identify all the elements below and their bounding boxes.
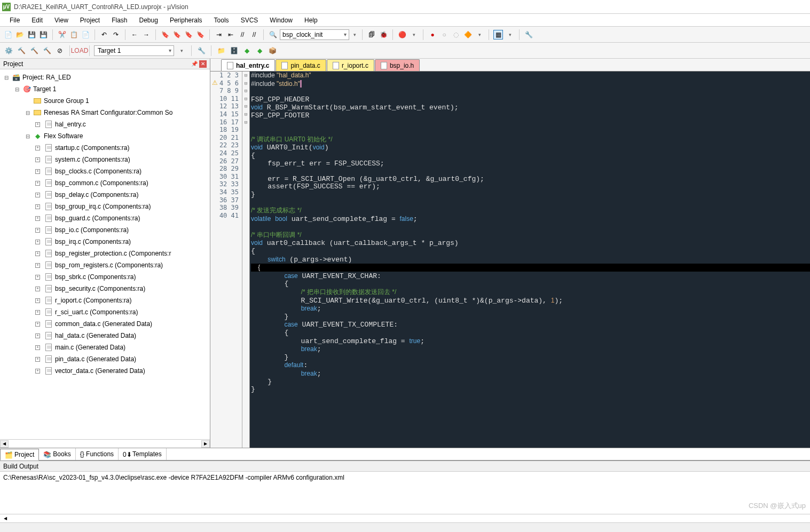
bottom-tab-templates[interactable]: 0⬇ Templates (119, 448, 167, 460)
expand-icon[interactable]: + (35, 157, 40, 162)
menu-help[interactable]: Help (299, 14, 323, 26)
tree-file[interactable]: +bsp_guard.c (Components:ra) (0, 212, 210, 224)
pack-installer-icon[interactable]: 📦 (267, 45, 278, 56)
tree-file[interactable]: +r_sci_uart.c (Components:ra) (0, 306, 210, 318)
save-all-icon[interactable]: 💾 (38, 30, 48, 39)
menu-edit[interactable]: Edit (26, 14, 48, 26)
expand-icon[interactable]: + (35, 169, 40, 174)
tree-file[interactable]: +pin_data.c (Generated Data) (0, 353, 210, 365)
editor-tab-pin-data[interactable]: pin_data.c (276, 59, 326, 71)
tree-file[interactable]: +bsp_clocks.c (Components:ra) (0, 165, 210, 177)
scroll-left-icon[interactable]: ◀ (0, 440, 9, 448)
tree-file[interactable]: + hal_entry.c (0, 118, 210, 130)
menu-file[interactable]: File (4, 14, 25, 26)
tree-file[interactable]: +bsp_sbrk.c (Components:ra) (0, 271, 210, 283)
tree-group[interactable]: Source Group 1 (0, 95, 210, 107)
disable-bp-icon[interactable]: ○ (439, 30, 449, 39)
bottom-tab-books[interactable]: 📚 Books (39, 448, 75, 460)
menu-flash[interactable]: Flash (106, 14, 132, 26)
project-hscroll[interactable]: ◀ ▶ (0, 439, 210, 448)
search-dropdown-icon[interactable]: ▾ (351, 30, 358, 39)
expand-icon[interactable]: + (35, 263, 40, 268)
configure-icon[interactable]: 🔧 (524, 30, 533, 39)
manage-multi-icon[interactable]: 🗄️ (229, 45, 239, 56)
expand-icon[interactable]: + (35, 181, 40, 186)
menu-project[interactable]: Project (75, 14, 105, 26)
outdent-icon[interactable]: ⇤ (226, 30, 235, 39)
kill-bp-icon[interactable]: ◌ (451, 30, 461, 39)
translate-icon[interactable]: ⚙️ (3, 45, 14, 56)
undo-icon[interactable]: ↶ (99, 30, 109, 39)
code-area[interactable]: ⚠ 1 2 3 4 5 6 7 8 9 10 11 12 13 14 15 16… (210, 72, 810, 448)
scroll-left-icon[interactable]: ◀ (1, 515, 10, 522)
editor-tab-hal-entry[interactable]: hal_entry.c (221, 59, 275, 71)
code-body[interactable]: #include "hal_data.h" #include "stdio.h"… (250, 72, 810, 448)
paste-icon[interactable]: 📄 (81, 30, 90, 39)
select-pack-icon[interactable]: ◆ (254, 45, 265, 56)
project-tree[interactable]: ⊟ 🗃️ Project: RA_LED ⊟ 🎯 Target 1 Source… (0, 69, 210, 439)
expand-icon[interactable]: + (35, 345, 40, 350)
debug-session-icon[interactable]: 🐞 (379, 30, 388, 39)
save-icon[interactable]: 💾 (27, 30, 36, 39)
stop-build-icon[interactable]: ⊘ (54, 45, 65, 56)
menu-svcs[interactable]: SVCS (235, 14, 264, 26)
expand-icon[interactable]: + (35, 216, 40, 221)
tree-file[interactable]: +r_ioport.c (Components:ra) (0, 295, 210, 306)
download-icon[interactable]: LOAD (74, 45, 85, 56)
expand-icon[interactable]: + (35, 287, 40, 291)
nav-back-icon[interactable]: ← (130, 30, 139, 39)
editor-tab-bsp-io[interactable]: bsp_io.h (375, 59, 420, 71)
bookmark-clear-icon[interactable]: 🔖 (195, 30, 205, 39)
bookmark-icon[interactable]: 🔖 (160, 30, 170, 39)
new-file-icon[interactable]: 📄 (3, 30, 13, 39)
tree-file[interactable]: +system.c (Components:ra) (0, 154, 210, 165)
search-combo[interactable]: bsp_clock_init (280, 29, 349, 40)
tree-group[interactable]: ⊟ ◆ Flex Software (0, 130, 210, 142)
bookmark-next-icon[interactable]: 🔖 (184, 30, 193, 39)
menu-tools[interactable]: Tools (209, 14, 234, 26)
tree-file[interactable]: +bsp_register_protection.c (Components:r (0, 248, 210, 259)
tree-file[interactable]: +bsp_rom_registers.c (Components:ra) (0, 259, 210, 271)
open-file-icon[interactable]: 📂 (15, 30, 25, 39)
target-dropdown-icon[interactable]: ▾ (176, 45, 187, 56)
comment-icon[interactable]: // (238, 30, 247, 39)
menu-debug[interactable]: Debug (134, 14, 163, 26)
batch-build-icon[interactable]: 🔨 (42, 45, 52, 56)
tree-file[interactable]: +startup.c (Components:ra) (0, 142, 210, 154)
indent-icon[interactable]: ⇥ (214, 30, 224, 39)
breakpoint-insert-icon[interactable]: 🔴 (397, 30, 407, 39)
menu-peripherals[interactable]: Peripherals (164, 14, 208, 26)
manage-project-icon[interactable]: 📁 (216, 45, 226, 56)
expand-icon[interactable]: + (35, 146, 40, 150)
expand-icon[interactable]: + (35, 275, 40, 280)
expand-icon[interactable]: + (35, 357, 40, 362)
bottom-tab-functions[interactable]: {} Functions (76, 448, 119, 460)
scroll-right-icon[interactable]: ▶ (201, 440, 210, 448)
expand-icon[interactable]: + (35, 251, 40, 256)
uncomment-icon[interactable]: // (249, 30, 259, 39)
tree-file[interactable]: +main.c (Generated Data) (0, 342, 210, 353)
expand-icon[interactable]: + (35, 322, 40, 327)
gutter-fold[interactable]: ⊟ ⊟ ⊟ ⊟ ⊟ ⊟ ⊟ (242, 72, 250, 448)
tree-file[interactable]: +hal_data.c (Generated Data) (0, 330, 210, 342)
close-icon[interactable]: ✕ (199, 60, 207, 68)
expand-icon[interactable]: + (35, 228, 40, 233)
tree-group[interactable]: ⊟ Renesas RA Smart Configurator:Common S… (0, 107, 210, 118)
tree-file[interactable]: +common_data.c (Generated Data) (0, 318, 210, 330)
build-output-body[interactable]: C:\Renesas\RA\sc_v2023-01_fsp_v4.3.0\ecl… (0, 472, 810, 514)
expand-icon[interactable]: + (35, 310, 40, 315)
tree-file[interactable]: +bsp_delay.c (Components:ra) (0, 189, 210, 201)
bottom-tab-project[interactable]: 🗂️ Project (0, 449, 39, 460)
window-layout-icon[interactable]: ▦ (493, 30, 503, 39)
tree-file[interactable]: +bsp_security.c (Components:ra) (0, 283, 210, 295)
expand-icon[interactable]: + (35, 240, 40, 244)
find-in-files-icon[interactable]: 🗐 (367, 30, 376, 39)
expand-icon[interactable]: + (35, 369, 40, 374)
bp-window-icon[interactable]: 🔶 (463, 30, 473, 39)
menu-window[interactable]: Window (264, 14, 298, 26)
tree-file[interactable]: +bsp_irq.c (Components:ra) (0, 236, 210, 248)
build-icon[interactable]: 🔨 (16, 45, 27, 56)
expand-icon[interactable]: + (35, 122, 40, 127)
options-icon[interactable]: 🔧 (196, 45, 207, 56)
layout-dropdown-icon[interactable]: ▾ (505, 30, 515, 39)
